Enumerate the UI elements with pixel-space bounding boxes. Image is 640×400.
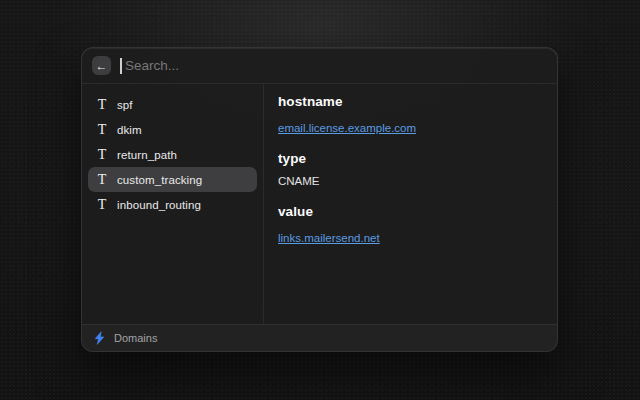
text-icon: T [96, 198, 108, 212]
text-icon: T [96, 123, 108, 137]
text-icon: T [96, 148, 108, 162]
search-input[interactable] [122, 58, 547, 73]
footer-bar: Domains [82, 324, 557, 351]
list-item-label: return_path [117, 149, 177, 161]
arrow-left-icon: ← [96, 57, 108, 75]
back-button[interactable]: ← [92, 56, 111, 75]
footer-app-name: Domains [114, 332, 157, 344]
main-content: T spf T dkim T return_path T custom_trac… [82, 84, 557, 324]
list-item-label: spf [117, 99, 133, 111]
field-label-hostname: hostname [278, 94, 543, 109]
search-bar: ← [82, 48, 557, 84]
field-label-value: value [278, 204, 543, 219]
record-list: T spf T dkim T return_path T custom_trac… [82, 84, 264, 324]
list-item-label: inbound_routing [117, 199, 201, 211]
detail-panel: hostname email.license.example.com type … [264, 84, 557, 324]
field-label-type: type [278, 151, 543, 166]
launcher-window: ← T spf T dkim T return_path [81, 47, 558, 352]
value-link[interactable]: links.mailersend.net [278, 232, 380, 244]
hostname-link[interactable]: email.license.example.com [278, 122, 416, 134]
list-item-label: dkim [117, 124, 142, 136]
text-icon: T [96, 173, 108, 187]
list-item-spf[interactable]: T spf [88, 92, 257, 117]
list-item-label: custom_tracking [117, 174, 202, 186]
list-item-custom-tracking[interactable]: T custom_tracking [88, 167, 257, 192]
text-icon: T [96, 98, 108, 112]
desktop-background: ← T spf T dkim T return_path [0, 0, 640, 400]
list-item-return-path[interactable]: T return_path [88, 142, 257, 167]
type-value: CNAME [278, 175, 543, 187]
list-item-inbound-routing[interactable]: T inbound_routing [88, 192, 257, 217]
list-item-dkim[interactable]: T dkim [88, 117, 257, 142]
lightning-bolt-icon [93, 331, 106, 345]
